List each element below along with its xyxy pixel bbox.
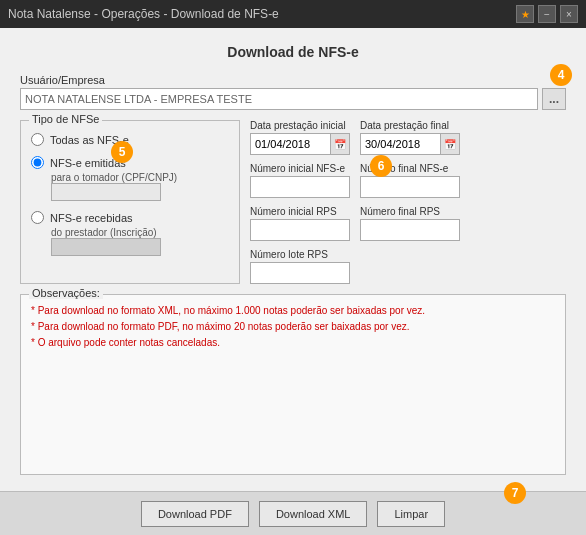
title-bar-buttons: ★ − ×: [516, 5, 578, 23]
nfse-num-row: 6 Número inicial NFS-e Número final NFS-…: [250, 163, 566, 198]
obs-line-1: * Para download no formato XML, no máxim…: [31, 303, 555, 319]
obs-line-3: * O arquivo pode conter notas canceladas…: [31, 335, 555, 351]
num-inicial-rps-label: Número inicial RPS: [250, 206, 350, 217]
radio-recebidas-label: NFS-e recebidas: [50, 212, 133, 224]
cal-inicial-button[interactable]: 📅: [330, 133, 350, 155]
title-bar: Nota Natalense - Operações - Download de…: [0, 0, 586, 28]
close-button[interactable]: ×: [560, 5, 578, 23]
sub-tomador: para o tomador (CPF/CNPJ): [51, 172, 229, 201]
num-final-rps-label: Número final RPS: [360, 206, 460, 217]
num-final-rps-input[interactable]: [360, 219, 460, 241]
data-inicial-input-row: 📅: [250, 133, 350, 155]
sub-tomador-label: para o tomador (CPF/CNPJ): [51, 172, 229, 183]
num-inicial-rps-input[interactable]: [250, 219, 350, 241]
sub-tomador-input[interactable]: [51, 183, 161, 201]
radio-todas[interactable]: [31, 133, 44, 146]
data-final-label: Data prestação final: [360, 120, 460, 131]
data-final-input[interactable]: [360, 133, 440, 155]
sub-prestador: do prestador (Inscrição): [51, 227, 229, 256]
download-pdf-button[interactable]: Download PDF: [141, 501, 249, 527]
rps-num-row: Número inicial RPS Número final RPS: [250, 206, 566, 241]
radio-recebidas[interactable]: [31, 211, 44, 224]
data-inicial-group: Data prestação inicial 📅: [250, 120, 350, 155]
content-area: Download de NFS-e Usuário/Empresa ... 4 …: [0, 28, 586, 491]
radio-emitidas[interactable]: [31, 156, 44, 169]
main-window: Nota Natalense - Operações - Download de…: [0, 0, 586, 535]
badge-6: 6: [370, 155, 392, 177]
download-xml-button[interactable]: Download XML: [259, 501, 368, 527]
num-lote-rps-input[interactable]: [250, 262, 350, 284]
window-title: Nota Natalense - Operações - Download de…: [8, 7, 516, 21]
obs-line-2: * Para download no formato PDF, no máxim…: [31, 319, 555, 335]
usuario-input-row: ...: [20, 88, 566, 110]
bottom-bar: 7 Download PDF Download XML Limpar: [0, 491, 586, 535]
usuario-input[interactable]: [20, 88, 538, 110]
num-inicial-nfse-label: Número inicial NFS-e: [250, 163, 350, 174]
data-final-input-row: 📅: [360, 133, 460, 155]
date-row: Data prestação inicial 📅 Data prestação …: [250, 120, 566, 155]
num-final-nfse-input[interactable]: [360, 176, 460, 198]
obs-lines: * Para download no formato XML, no máxim…: [31, 303, 555, 351]
fields-section: Data prestação inicial 📅 Data prestação …: [250, 120, 566, 284]
observacoes-box: Observações: * Para download no formato …: [20, 294, 566, 475]
star-button[interactable]: ★: [516, 5, 534, 23]
observacoes-label: Observações:: [29, 287, 103, 299]
usuario-section: Usuário/Empresa ... 4: [20, 74, 566, 110]
main-row: Tipo de NFSe 5 Todas as NFS-e NFS-e emit…: [20, 120, 566, 284]
num-lote-rps-label: Número lote RPS: [250, 249, 350, 260]
badge-5: 5: [111, 141, 133, 163]
limpar-button[interactable]: Limpar: [377, 501, 445, 527]
num-final-rps-group: Número final RPS: [360, 206, 460, 241]
usuario-label: Usuário/Empresa: [20, 74, 566, 86]
tipo-nfse-legend: Tipo de NFSe: [29, 113, 102, 125]
data-inicial-label: Data prestação inicial: [250, 120, 350, 131]
dots-button[interactable]: ...: [542, 88, 566, 110]
sub-prestador-label: do prestador (Inscrição): [51, 227, 229, 238]
num-lote-rps-group: Número lote RPS: [250, 249, 350, 284]
sub-prestador-input[interactable]: [51, 238, 161, 256]
page-title: Download de NFS-e: [20, 44, 566, 60]
radio-emitidas-group: NFS-e emitidas para o tomador (CPF/CNPJ): [31, 156, 229, 201]
radio-recebidas-group: NFS-e recebidas do prestador (Inscrição): [31, 211, 229, 256]
badge-7: 7: [504, 482, 526, 504]
cal-final-button[interactable]: 📅: [440, 133, 460, 155]
num-inicial-nfse-input[interactable]: [250, 176, 350, 198]
badge-4: 4: [550, 64, 572, 86]
radio-recebidas-row: NFS-e recebidas: [31, 211, 229, 224]
lote-rps-row: Número lote RPS: [250, 249, 566, 284]
num-inicial-nfse-group: Número inicial NFS-e: [250, 163, 350, 198]
num-inicial-rps-group: Número inicial RPS: [250, 206, 350, 241]
data-inicial-input[interactable]: [250, 133, 330, 155]
tipo-nfse-box: Tipo de NFSe 5 Todas as NFS-e NFS-e emit…: [20, 120, 240, 284]
minimize-button[interactable]: −: [538, 5, 556, 23]
data-final-group: Data prestação final 📅: [360, 120, 460, 155]
